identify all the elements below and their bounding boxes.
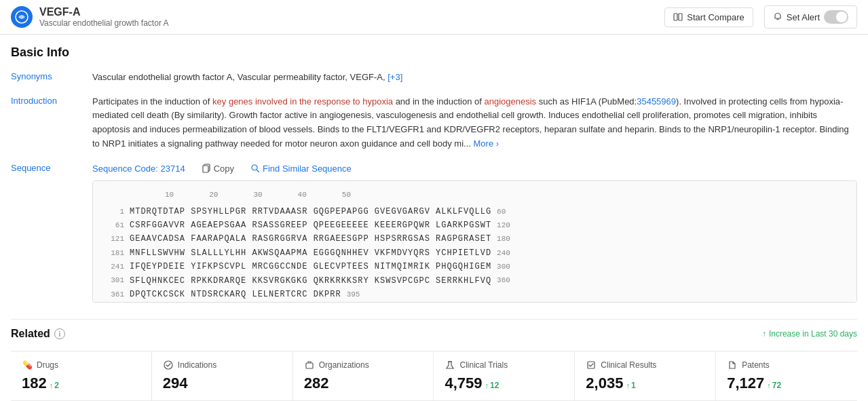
clinical-trials-value: 4,759 bbox=[445, 375, 482, 392]
card-indications[interactable]: Indications 294 bbox=[152, 351, 293, 400]
entity-icon bbox=[11, 6, 33, 28]
related-header: Related i ↑ Increase in Last 30 days bbox=[11, 328, 857, 340]
intro-more-link[interactable]: More bbox=[474, 138, 496, 149]
increase-text: Increase in Last 30 days bbox=[769, 329, 857, 339]
cards-grid-row1: 💊 Drugs 182 ↑ 2 Indications 294 bbox=[11, 351, 857, 400]
drugs-value: 182 bbox=[22, 375, 47, 392]
card-drugs[interactable]: 💊 Drugs 182 ↑ 2 bbox=[11, 351, 152, 400]
sequence-row: Sequence Sequence Code: 23714 Copy Fi bbox=[11, 162, 857, 303]
patents-icon bbox=[727, 360, 738, 370]
increase-arrow-icon: ↑ bbox=[762, 329, 766, 339]
patents-delta: ↑ 72 bbox=[767, 381, 781, 390]
entity-title-group: VEGF-A Vascular endothelial growth facto… bbox=[39, 6, 169, 28]
patents-label: Patents bbox=[742, 360, 770, 370]
seq-line-301: 301 SFLQHNKCEC RPKKDRARQE KKSVRGKGKG QKR… bbox=[104, 274, 846, 288]
svg-point-6 bbox=[164, 361, 172, 369]
set-alert-label: Set Alert bbox=[787, 12, 820, 22]
drugs-label: Drugs bbox=[37, 360, 58, 370]
svg-point-5 bbox=[252, 165, 257, 170]
copy-icon bbox=[202, 164, 211, 173]
intro-highlight-2: angiogenesis bbox=[484, 96, 536, 107]
synonyms-label: Synonyms bbox=[11, 71, 92, 81]
drugs-delta: ↑ 2 bbox=[50, 381, 59, 390]
introduction-label: Introduction bbox=[11, 95, 92, 106]
indications-value: 294 bbox=[163, 375, 188, 392]
seq-line-1: 1 MTDRQTDTAP SPSYHLLPGR RRTVDAAASR GQGPE… bbox=[104, 205, 846, 218]
copy-button[interactable]: Copy bbox=[202, 164, 234, 174]
clinical-results-value: 2,035 bbox=[586, 375, 623, 392]
sequence-ruler: 10 20 30 40 50 bbox=[104, 189, 846, 201]
header-left: VEGF-A Vascular endothelial growth facto… bbox=[11, 6, 169, 28]
seq-line-181: 181 MNFLLSWVHW SLALLLYLHH AKWSQAAPMA EGG… bbox=[104, 246, 846, 260]
introduction-value: Participates in the induction of key gen… bbox=[92, 95, 857, 151]
find-similar-button[interactable]: Find Similar Sequence bbox=[250, 164, 352, 174]
seq-line-61: 61 CSRFGGAVVR AGEAEPSGAA RSASSGREEP QPEE… bbox=[104, 218, 846, 232]
entity-title: VEGF-A bbox=[39, 6, 169, 18]
sequence-code: Sequence Code: 23714 bbox=[92, 162, 185, 176]
synonyms-more-link[interactable]: [+3] bbox=[388, 72, 402, 82]
entity-subtitle: Vascular endothelial growth factor A bbox=[39, 18, 169, 28]
clinical-trials-delta: ↑ 12 bbox=[485, 381, 499, 390]
set-alert-button[interactable]: Set Alert bbox=[764, 5, 857, 28]
start-compare-label: Start Compare bbox=[687, 12, 744, 22]
clinical-results-label: Clinical Results bbox=[601, 360, 656, 370]
patents-value: 7,127 bbox=[727, 375, 764, 392]
clinical-results-delta: ↑ 1 bbox=[626, 381, 635, 390]
intro-text-1: Participates in the induction of key gen… bbox=[92, 96, 849, 149]
start-compare-button[interactable]: Start Compare bbox=[664, 7, 753, 27]
sequence-box[interactable]: 10 20 30 40 50 1 MTDRQTDTAP SPSYHLLPGR R… bbox=[92, 180, 857, 303]
seq-line-361: 361 DPQTCKCSCК NTDSRCKARQ LELNERTCRC DKP… bbox=[104, 288, 846, 301]
alert-icon bbox=[773, 12, 782, 22]
chevron-right-icon: › bbox=[496, 138, 499, 149]
find-similar-label: Find Similar Sequence bbox=[263, 164, 352, 174]
sequence-label: Sequence bbox=[11, 162, 92, 173]
seq-line-241: 241 IFQEYPDEIE YIFKPSCVPL MRCGGCCNDE GLE… bbox=[104, 260, 846, 273]
basic-info-title: Basic Info bbox=[11, 45, 857, 60]
related-title-text: Related bbox=[11, 328, 50, 340]
synonyms-row: Synonyms Vascular endothelial growth fac… bbox=[11, 71, 857, 84]
card-clinical-trials[interactable]: Clinical Trials 4,759 ↑ 12 bbox=[434, 351, 575, 400]
related-section: Related i ↑ Increase in Last 30 days 💊 D… bbox=[11, 319, 857, 401]
svg-rect-2 bbox=[679, 14, 682, 20]
copy-label: Copy bbox=[214, 164, 234, 174]
organizations-icon bbox=[304, 360, 315, 370]
clinical-results-icon bbox=[586, 360, 597, 370]
main-content: Basic Info Synonyms Vascular endothelial… bbox=[0, 35, 868, 401]
sequence-header: Sequence Code: 23714 Copy Find Similar S… bbox=[92, 162, 857, 176]
related-title: Related i bbox=[11, 328, 65, 340]
compare-icon bbox=[673, 12, 683, 22]
svg-rect-7 bbox=[306, 363, 313, 368]
svg-rect-1 bbox=[674, 14, 677, 20]
intro-highlight-1: key genes involved in the response to hy… bbox=[212, 96, 393, 107]
related-info-icon[interactable]: i bbox=[54, 328, 65, 339]
organizations-label: Organizations bbox=[319, 360, 369, 370]
seq-line-121: 121 GEAAVCADSA FAARAPQALA RASGRGGRVА RRG… bbox=[104, 232, 846, 246]
app-header: VEGF-A Vascular endothelial growth facto… bbox=[0, 0, 868, 35]
drugs-icon: 💊 bbox=[22, 360, 33, 370]
card-organizations[interactable]: Organizations 282 bbox=[293, 351, 434, 400]
card-clinical-results[interactable]: Clinical Results 2,035 ↑ 1 bbox=[575, 351, 716, 400]
indications-icon bbox=[163, 360, 174, 370]
card-patents[interactable]: Patents 7,127 ↑ 72 bbox=[716, 351, 857, 400]
svg-rect-4 bbox=[203, 166, 208, 172]
indications-label: Indications bbox=[178, 360, 216, 370]
pubmed-link[interactable]: 35455969 bbox=[637, 96, 676, 107]
sequence-content: Sequence Code: 23714 Copy Find Similar S… bbox=[92, 162, 857, 303]
increase-label: ↑ Increase in Last 30 days bbox=[762, 329, 857, 339]
alert-toggle[interactable] bbox=[824, 10, 848, 24]
find-similar-icon bbox=[250, 164, 260, 173]
clinical-trials-label: Clinical Trials bbox=[459, 360, 508, 370]
synonyms-value: Vascular endothelial growth factor A, Va… bbox=[92, 71, 857, 84]
header-actions: Start Compare Set Alert bbox=[664, 5, 857, 28]
synonyms-text: Vascular endothelial growth factor A, Va… bbox=[92, 72, 388, 82]
introduction-row: Introduction Participates in the inducti… bbox=[11, 95, 857, 151]
organizations-value: 282 bbox=[304, 375, 329, 392]
clinical-trials-icon bbox=[445, 360, 455, 370]
